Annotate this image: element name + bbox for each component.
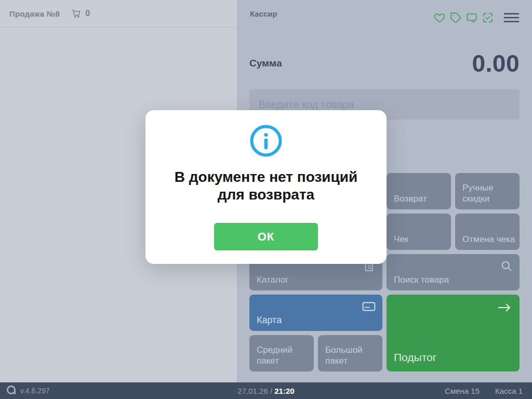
datetime: 27.01.26 / 21:20 — [237, 387, 294, 395]
button-label: Каталог — [257, 274, 289, 285]
sum-value: 0.00 — [472, 49, 520, 77]
info-dialog: В документе нет позиций для возврата ОК — [145, 110, 387, 264]
large-bag-button[interactable]: Большой пакет — [318, 335, 382, 371]
status-time: 21:20 — [274, 387, 294, 395]
toolbar — [430, 11, 520, 24]
card-icon — [362, 300, 376, 313]
manual-discounts-button[interactable]: Ручные скидки — [455, 173, 520, 209]
heart-icon[interactable] — [433, 11, 446, 24]
button-label: Возврат — [394, 193, 427, 204]
sum-label: Сумма — [249, 58, 282, 69]
search-icon — [500, 259, 513, 273]
sale-title: Продажа №8 — [9, 9, 60, 18]
dialog-message-line1: В документе нет позиций — [145, 168, 387, 186]
button-label: Ручные скидки — [462, 182, 514, 205]
app-logo-icon — [6, 385, 16, 396]
button-label: Поиск товара — [394, 274, 449, 285]
button-label: Средний пакет — [257, 344, 309, 367]
datetime-separator: / — [268, 387, 275, 395]
cashier-label: Кассир — [250, 9, 277, 18]
status-right: Смена 15 Касса 1 — [445, 387, 523, 395]
dialog-message-line2: для возврата — [145, 186, 387, 204]
medium-bag-button[interactable]: Средний пакет — [249, 335, 314, 371]
return-button[interactable]: Возврат — [387, 173, 451, 209]
cancel-receipt-button[interactable]: Отмена чека — [455, 214, 520, 250]
status-bar: v.4.6.297 27.01.26 / 21:20 Смена 15 Касс… — [0, 382, 532, 399]
display-icon[interactable] — [466, 11, 478, 24]
card-button[interactable]: Карта — [249, 295, 382, 331]
subtotal-button[interactable]: Подытог — [387, 295, 520, 371]
button-label: Большой пакет — [325, 344, 377, 367]
register-label: Касса 1 — [495, 387, 523, 395]
button-label: Отмена чека — [462, 234, 515, 245]
button-label: Подытог — [394, 351, 436, 364]
button-label: Чек — [394, 234, 408, 245]
cart-counter: 0 — [71, 8, 90, 19]
status-left: v.4.6.297 — [6, 385, 50, 396]
cart-count: 0 — [85, 9, 90, 18]
button-label: Карта — [257, 314, 282, 326]
dialog-message: В документе нет позиций для возврата — [145, 168, 387, 204]
receipt-header: Продажа №8 0 — [0, 0, 237, 28]
pos-app: Продажа №8 0 Кассир — [0, 0, 532, 399]
tag-icon[interactable] — [449, 11, 462, 24]
sum-row: Сумма 0.00 — [249, 50, 520, 77]
menu-icon[interactable] — [503, 12, 520, 23]
receipt-button[interactable]: Чек — [387, 214, 451, 250]
app-version: v.4.6.297 — [20, 387, 50, 395]
status-date: 27.01.26 — [237, 387, 268, 395]
arrow-right-icon — [497, 301, 512, 314]
cart-icon — [71, 8, 82, 19]
scan-check-icon[interactable] — [482, 11, 494, 24]
ok-button[interactable]: ОК — [214, 223, 318, 250]
shift-label: Смена 15 — [445, 387, 480, 395]
info-icon — [250, 125, 282, 159]
product-search-button[interactable]: Поиск товара — [387, 254, 520, 290]
